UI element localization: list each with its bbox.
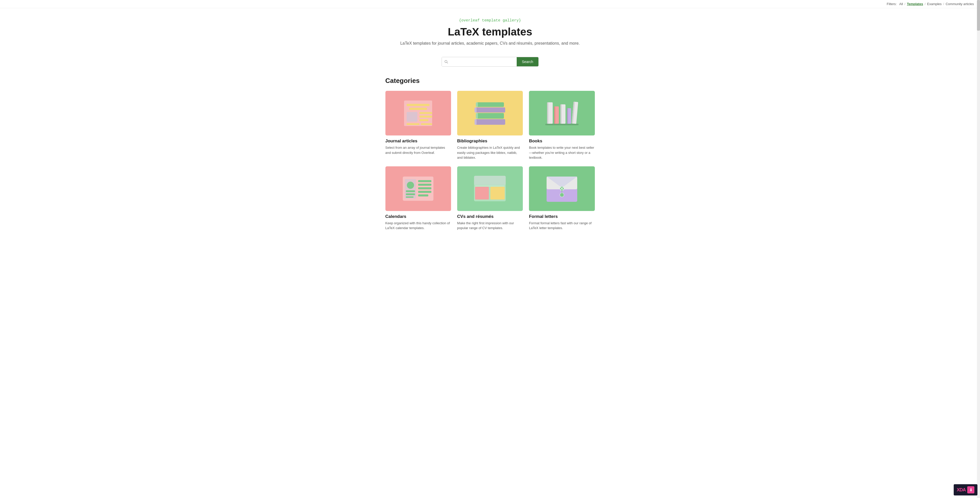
svg-rect-7 <box>419 116 432 117</box>
search-section: Search <box>0 57 980 67</box>
svg-rect-27 <box>567 108 568 124</box>
svg-rect-19 <box>545 124 579 125</box>
download-icon: ⬇ <box>967 486 974 493</box>
category-image-cvs <box>457 167 523 211</box>
category-image-books <box>529 91 595 135</box>
svg-rect-45 <box>475 186 505 186</box>
filter-sep2: / <box>924 2 926 6</box>
svg-rect-14 <box>476 102 504 107</box>
search-wrapper: Search <box>442 57 539 67</box>
category-image-biblio <box>457 91 523 135</box>
svg-rect-43 <box>475 187 489 200</box>
svg-rect-5 <box>407 112 417 122</box>
category-title-calendars: Calendars <box>385 214 451 219</box>
filter-examples[interactable]: Examples <box>927 2 942 6</box>
svg-rect-16 <box>476 113 478 119</box>
category-card-calendars[interactable]: Calendars Keep organized with this handy… <box>385 167 451 231</box>
category-title-journal: Journal articles <box>385 138 451 144</box>
svg-line-1 <box>447 62 448 63</box>
category-title-biblio: Bibliographies <box>457 138 523 144</box>
search-input[interactable] <box>450 57 517 66</box>
category-image-formal <box>529 167 595 211</box>
category-desc-biblio: Create bibliographies in LaTeX quickly a… <box>457 145 523 160</box>
svg-rect-17 <box>474 108 477 113</box>
filter-sep1: / <box>904 2 905 6</box>
hero-section: {overleaf template gallery} LaTeX templa… <box>0 8 980 57</box>
svg-rect-3 <box>407 104 430 106</box>
filter-label: Filters: <box>887 2 897 6</box>
category-card-formal[interactable]: Formal letters Format formal letters fas… <box>529 167 595 231</box>
page-title: LaTeX templates <box>5 26 975 38</box>
svg-rect-33 <box>406 190 415 192</box>
svg-rect-36 <box>418 180 431 182</box>
hero-subtitle: LaTeX templates for journal articles, ac… <box>5 41 975 46</box>
svg-rect-34 <box>406 193 415 195</box>
categories-section: Categories <box>380 77 600 241</box>
category-card-books[interactable]: Books Book templates to write your next … <box>529 91 595 160</box>
svg-rect-4 <box>409 108 427 110</box>
svg-rect-25 <box>560 104 562 124</box>
svg-rect-44 <box>490 187 505 200</box>
svg-rect-15 <box>474 119 477 125</box>
svg-rect-40 <box>418 194 428 197</box>
svg-rect-21 <box>547 102 548 124</box>
filter-templates[interactable]: Templates <box>907 2 923 6</box>
search-icon <box>442 57 450 66</box>
xda-logo: XDA <box>957 487 966 493</box>
category-title-books: Books <box>529 138 595 144</box>
category-desc-journal: Select from an array of journal template… <box>385 145 451 155</box>
svg-rect-9 <box>407 123 419 125</box>
category-card-journal-articles[interactable]: Journal articles Select from an array of… <box>385 91 451 160</box>
svg-rect-8 <box>419 119 428 121</box>
filter-community[interactable]: Community articles <box>945 2 974 6</box>
category-image-journal <box>385 91 451 135</box>
category-image-calendars <box>385 167 451 211</box>
category-card-bibliographies[interactable]: Bibliographies Create bibliographies in … <box>457 91 523 160</box>
categories-grid: Journal articles Select from an array of… <box>385 91 595 231</box>
filter-sep3: / <box>943 2 944 6</box>
scrollbar-thumb[interactable] <box>977 0 980 31</box>
svg-rect-6 <box>419 112 432 114</box>
search-button[interactable]: Search <box>517 57 538 66</box>
svg-rect-39 <box>418 191 431 193</box>
svg-rect-42 <box>474 176 506 185</box>
filter-all[interactable]: All <box>899 2 903 6</box>
svg-point-52 <box>560 193 564 197</box>
svg-rect-11 <box>474 119 505 125</box>
categories-title: Categories <box>385 77 595 85</box>
filter-bar: Filters: All / Templates / Examples / Co… <box>0 0 980 8</box>
svg-rect-13 <box>474 108 505 113</box>
category-title-formal: Formal letters <box>529 214 595 219</box>
svg-rect-38 <box>418 187 431 189</box>
svg-point-32 <box>407 182 414 189</box>
category-desc-calendars: Keep organized with this handy collectio… <box>385 221 451 231</box>
category-desc-formal: Format formal letters fast with our rang… <box>529 221 595 231</box>
scrollbar[interactable] <box>977 0 980 498</box>
svg-rect-10 <box>421 123 432 125</box>
svg-rect-12 <box>476 113 504 119</box>
svg-rect-35 <box>406 197 414 198</box>
category-title-cvs: CVs and résumés <box>457 214 523 219</box>
category-desc-cvs: Make the right first impression with our… <box>457 221 523 231</box>
svg-rect-18 <box>476 102 478 107</box>
svg-rect-37 <box>418 184 431 186</box>
category-desc-books: Book templates to write your next best s… <box>529 145 595 160</box>
overleaf-tag: {overleaf template gallery} <box>5 18 975 23</box>
svg-rect-23 <box>554 106 555 124</box>
category-card-cvs[interactable]: CVs and résumés Make the right first imp… <box>457 167 523 231</box>
xda-watermark: XDA ⬇ <box>954 484 977 495</box>
